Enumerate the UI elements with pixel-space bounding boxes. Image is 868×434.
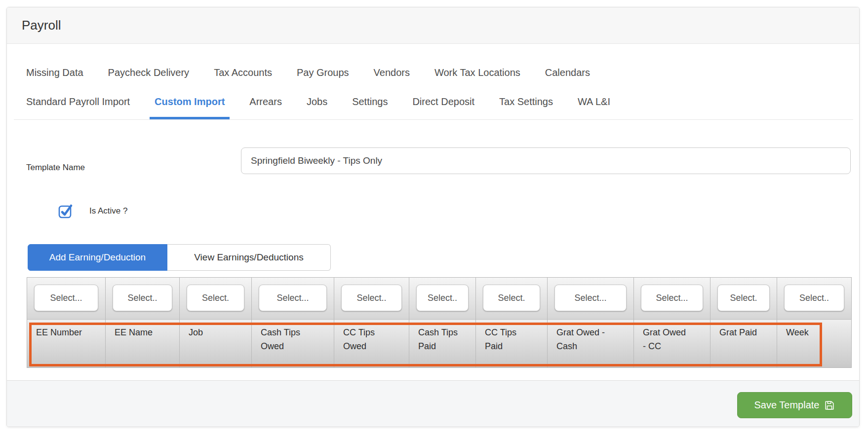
earning-deduction-toggle: Add Earning/Deduction View Earnings/Dedu…: [28, 244, 331, 271]
select-cell-grat-paid: Select.: [710, 278, 777, 319]
column-select-ee-number[interactable]: Select...: [34, 285, 98, 311]
column-select-grat-paid[interactable]: Select.: [717, 285, 770, 311]
tab-direct-deposit[interactable]: Direct Deposit: [407, 86, 479, 119]
tab-standard-payroll-import[interactable]: Standard Payroll Import: [21, 86, 135, 119]
column-header-grat-owed-cash: Grat Owed - Cash: [548, 320, 634, 367]
select-cell-week: Select..: [777, 278, 851, 319]
tab-jobs[interactable]: Jobs: [302, 86, 332, 119]
column-select-job[interactable]: Select.: [187, 285, 244, 311]
view-earnings-deductions-button[interactable]: View Earnings/Deductions: [167, 244, 331, 271]
column-select-grat-owed-cc[interactable]: Select...: [641, 285, 703, 311]
select-cell-grat-owed-cc: Select...: [634, 278, 710, 319]
column-select-cash-tips-paid[interactable]: Select..: [416, 285, 469, 311]
column-select-ee-name[interactable]: Select..: [113, 285, 172, 311]
select-cell-job: Select.: [180, 278, 252, 319]
column-select-cash-tips-owed[interactable]: Select...: [259, 285, 327, 311]
select-cell-ee-number: Select...: [27, 278, 106, 319]
tab-tax-settings[interactable]: Tax Settings: [494, 86, 558, 119]
template-name-label: Template Name: [26, 154, 85, 181]
column-header-grat-owed-cc: Grat Owed - CC: [634, 320, 710, 367]
column-header-cc-tips-owed: CC Tips Owed: [334, 320, 409, 367]
tab-tax-accounts[interactable]: Tax Accounts: [214, 67, 272, 78]
is-active-label: Is Active ?: [89, 206, 127, 216]
template-name-input[interactable]: [241, 147, 851, 174]
payroll-panel: Payroll Missing DataPaycheck DeliveryTax…: [6, 7, 860, 427]
add-earning-deduction-button[interactable]: Add Earning/Deduction: [28, 244, 167, 271]
column-header-week: Week: [777, 320, 851, 367]
column-header-ee-name: EE Name: [106, 320, 180, 367]
tab-settings[interactable]: Settings: [347, 86, 393, 119]
tab-missing-data[interactable]: Missing Data: [26, 67, 83, 78]
select-cell-cash-tips-owed: Select...: [252, 278, 334, 319]
column-header-cash-tips-paid: Cash Tips Paid: [409, 320, 476, 367]
column-header-cc-tips-paid: CC Tips Paid: [476, 320, 548, 367]
tab-wa-l-i[interactable]: WA L&I: [573, 86, 615, 119]
column-header-cash-tips-owed: Cash Tips Owed: [252, 320, 334, 367]
tab-calendars[interactable]: Calendars: [545, 67, 590, 78]
footer-bar: Save Template: [7, 380, 859, 427]
tabs-row-secondary: Standard Payroll ImportCustom ImportArre…: [14, 86, 853, 120]
select-cell-cash-tips-paid: Select..: [409, 278, 476, 319]
is-active-row: Is Active ?: [58, 203, 127, 219]
floppy-disk-icon: [824, 400, 835, 411]
tab-work-tax-locations[interactable]: Work Tax Locations: [434, 67, 520, 78]
is-active-checkbox[interactable]: [58, 204, 73, 218]
tab-pay-groups[interactable]: Pay Groups: [297, 67, 349, 78]
column-header-job: Job: [180, 320, 252, 367]
select-cell-grat-owed-cash: Select...: [548, 278, 634, 319]
column-header-grat-paid: Grat Paid: [710, 320, 777, 367]
column-select-cc-tips-paid[interactable]: Select.: [483, 285, 540, 311]
tab-paycheck-delivery[interactable]: Paycheck Delivery: [108, 67, 190, 78]
select-cell-ee-name: Select..: [106, 278, 180, 319]
page-title: Payroll: [22, 18, 61, 33]
column-mapping-table: Select...Select..Select.Select...Select.…: [27, 277, 852, 368]
select-cell-cc-tips-owed: Select..: [334, 278, 409, 319]
select-cell-cc-tips-paid: Select.: [476, 278, 548, 319]
column-header-ee-number: EE Number: [27, 320, 106, 367]
save-template-label: Save Template: [754, 399, 820, 411]
column-select-week[interactable]: Select..: [784, 285, 844, 311]
column-select-grat-owed-cash[interactable]: Select...: [554, 285, 627, 311]
header-row: EE NumberEE NameJobCash Tips OwedCC Tips…: [27, 320, 851, 367]
select-row: Select...Select..Select.Select...Select.…: [27, 278, 851, 320]
tab-custom-import[interactable]: Custom Import: [150, 86, 230, 119]
tab-vendors[interactable]: Vendors: [374, 67, 410, 78]
column-select-cc-tips-owed[interactable]: Select..: [341, 285, 402, 311]
save-template-button[interactable]: Save Template: [737, 392, 852, 418]
panel-header: Payroll: [7, 7, 859, 44]
tabs-row-primary: Missing DataPaycheck DeliveryTax Account…: [7, 59, 853, 86]
tab-arrears[interactable]: Arrears: [244, 86, 287, 119]
